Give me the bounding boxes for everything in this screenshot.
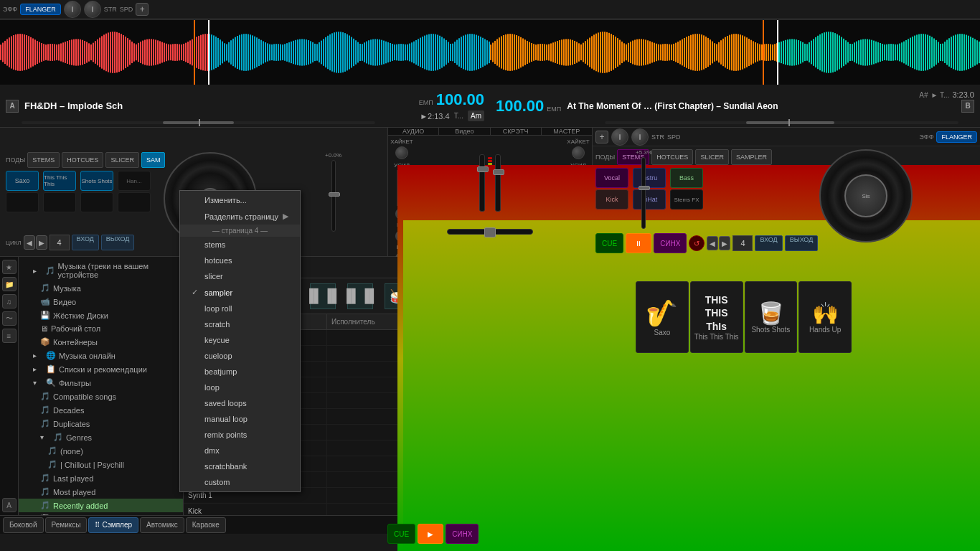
sidebar-item-most-played[interactable]: 🎵 Most played <box>19 485 183 499</box>
ctx-beatjump[interactable]: beatjump <box>180 364 300 380</box>
tab-automix[interactable]: Автомикс <box>140 517 184 533</box>
ctx-scratchbank[interactable]: scratchbank <box>180 458 300 474</box>
hotcues-btn-a[interactable]: HOTCUES <box>62 152 103 168</box>
efx-knob-1-b[interactable] <box>611 128 628 146</box>
slicer-btn-b[interactable]: SLICER <box>695 149 729 165</box>
sidebar-item-online[interactable]: ▸ 🌐 Музыка онлайн <box>19 349 183 362</box>
turntable-b[interactable]: Sis <box>819 149 913 242</box>
waveform-deck-a[interactable] <box>0 20 490 85</box>
in-btn-b[interactable]: ВХОД <box>755 235 782 251</box>
loop-toggle-b[interactable]: ↺ <box>689 235 705 251</box>
haicket-knob-r[interactable] <box>572 146 585 159</box>
ctx-scratch[interactable]: scratch <box>180 316 300 332</box>
sidebar-item-music-device[interactable]: ▸ 🎵 Музыка (треки на вашем устройстве <box>19 260 183 281</box>
pad-1-a[interactable]: Saxo <box>6 171 39 191</box>
flanger-btn-a[interactable]: FLANGER <box>20 4 61 15</box>
channel-fader-l[interactable] <box>479 154 485 212</box>
kick-pad[interactable]: Kick <box>595 189 628 209</box>
ctx-slicer[interactable]: slicer <box>180 268 300 284</box>
pad-6-a[interactable] <box>43 192 76 212</box>
sidebar-item-music[interactable]: 🎵 Музыка <box>19 281 183 295</box>
sampler-btn-b[interactable]: SAMPLER <box>731 149 772 165</box>
hotcues-btn-b[interactable]: HOTCUES <box>651 149 693 165</box>
loop-prev-b[interactable]: ◀ <box>707 236 718 250</box>
sidebar-item-hdd[interactable]: 💾 Жёсткие Диски <box>19 309 183 322</box>
ctx-saved-loops[interactable]: saved loops <box>180 395 300 411</box>
sidebar-item-none[interactable]: 🎵 (none) <box>19 444 183 458</box>
mixer-tab-scratch[interactable]: СКРЭТЧ <box>491 128 542 135</box>
pad-4-a[interactable]: Han... <box>118 171 151 191</box>
ctx-loop[interactable]: loop <box>180 380 300 395</box>
pitch-fader-a[interactable] <box>329 192 340 197</box>
bottom-icon-a[interactable]: A <box>2 498 17 512</box>
efx-knob-2-a[interactable] <box>84 1 101 18</box>
loop-prev-a[interactable]: ◀ <box>24 235 35 250</box>
ctx-manual-loop[interactable]: manual loop <box>180 411 300 427</box>
track-bars-1[interactable]: ▐▌▐▌ <box>310 283 336 309</box>
tab-sampler[interactable]: ⠿ Сэмплер <box>88 517 138 533</box>
pitch-fader-b[interactable] <box>639 186 650 190</box>
sidebar-item-playlists[interactable]: ▸ 📋 Списки и рекомендации <box>19 362 183 376</box>
sidebar-item-compatible[interactable]: 🎵 Compatible songs <box>19 390 183 403</box>
efx-knob-1-a[interactable] <box>64 1 81 18</box>
sidebar-item-filters[interactable]: ▾ 🔍 Фильтры <box>19 376 183 390</box>
sample-cell-shots[interactable]: 🥃 Shots Shots <box>745 281 798 353</box>
cue-btn-a[interactable]: CUE <box>387 524 415 544</box>
bass-pad[interactable]: Bass <box>670 168 703 188</box>
pad-8-a[interactable] <box>118 192 151 212</box>
in-btn-a[interactable]: ВХОД <box>72 235 99 250</box>
slicer-btn-a[interactable]: SLICER <box>105 152 139 168</box>
loop-next-b[interactable]: ▶ <box>719 236 730 250</box>
pad-5-a[interactable] <box>6 192 39 212</box>
track-bars-2[interactable]: ▐▌▐▌ <box>347 283 373 309</box>
channel-fader-r[interactable] <box>495 154 501 212</box>
sidebar-item-desktop[interactable]: 🖥 Рабочий стол <box>19 322 183 335</box>
pad-3-a[interactable]: Shots Shots <box>80 171 113 191</box>
ctx-cueloop[interactable]: cueloop <box>180 348 300 364</box>
tab-karaoke[interactable]: Кaраоке <box>186 517 226 533</box>
waveform-area[interactable] <box>0 20 980 85</box>
music-btn[interactable]: ♫ <box>2 294 17 309</box>
ctx-sampler[interactable]: ✓ sampler <box>180 284 300 301</box>
sidebar-item-duplicates[interactable]: 🎵 Duplicates <box>19 417 183 430</box>
ctx-stems[interactable]: stems <box>180 237 300 253</box>
mixer-tab-master[interactable]: МАСТЕР <box>542 128 592 135</box>
sidebar-item-decades[interactable]: 🎵 Decades <box>19 403 183 417</box>
sidebar-item-cdj[interactable]: 💾 CDJ Экспорт <box>19 512 183 515</box>
sidebar-item-genres[interactable]: ▾ 🎵 Genres <box>19 430 183 444</box>
folder-btn[interactable]: 📁 <box>2 277 17 291</box>
loop-next-a[interactable]: ▶ <box>36 235 47 250</box>
ctx-split[interactable]: Разделить страницу ▶ <box>180 208 300 225</box>
list-btn[interactable]: ≡ <box>2 329 17 343</box>
flanger-btn-b[interactable]: FLANGER <box>936 131 977 143</box>
ctx-custom[interactable]: custom <box>180 474 300 490</box>
sample-cell-this[interactable]: THISTHISThIs This This This <box>690 281 743 353</box>
sidebar-item-video[interactable]: 📹 Видео <box>19 295 183 309</box>
crossfader-handle[interactable] <box>484 227 496 237</box>
pad-2-a[interactable]: This This This <box>43 171 76 191</box>
sidebar-item-last-played[interactable]: 🎵 Last played <box>19 471 183 485</box>
sidebar-item-containers[interactable]: 📦 Контейнеры <box>19 335 183 349</box>
tab-remixes[interactable]: Ремиксы <box>45 517 88 533</box>
ctx-change[interactable]: Изменить... <box>180 192 300 208</box>
ctx-loop-roll[interactable]: loop roll <box>180 301 300 316</box>
cue-btn-b[interactable]: CUE <box>595 233 623 253</box>
sample-cell-hands[interactable]: 🙌 Hands Up <box>798 281 852 353</box>
wave-btn[interactable]: 〜 <box>2 311 17 326</box>
play-btn-b[interactable]: ⏸ <box>626 233 651 253</box>
ctx-dmx[interactable]: dmx <box>180 443 300 458</box>
plus-btn-b[interactable]: + <box>595 131 608 143</box>
out-btn-b[interactable]: ВЫХОД <box>785 235 819 251</box>
sample-cell-saxo[interactable]: 🎷 Saxo <box>636 281 689 353</box>
star-btn[interactable]: ★ <box>2 260 17 274</box>
pad-7-a[interactable] <box>80 192 113 212</box>
sync-btn-a[interactable]: СИНХ <box>446 524 479 544</box>
tab-sidebar[interactable]: Боковой <box>3 517 44 533</box>
crossfader[interactable] <box>447 229 533 235</box>
mixer-tab-audio[interactable]: АУДИО <box>388 128 439 135</box>
sync-btn-b[interactable]: СИНХ <box>654 233 687 253</box>
out-btn-a[interactable]: ВЫХОД <box>101 235 135 250</box>
ctx-hotcues[interactable]: hotcues <box>180 253 300 268</box>
vocal-pad[interactable]: Vocal <box>595 168 628 188</box>
sidebar-item-chillout[interactable]: 🎵 | Chillout | Psychill <box>19 458 183 471</box>
